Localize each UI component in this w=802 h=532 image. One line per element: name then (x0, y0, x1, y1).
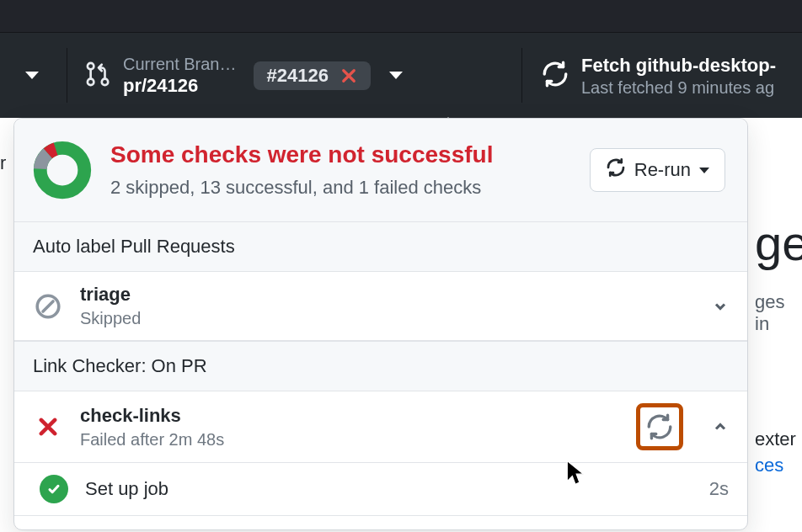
checks-list[interactable]: Auto label Pull Requests triage Skipped … (14, 222, 747, 529)
checks-donut-chart (33, 141, 92, 200)
mouse-cursor-icon (564, 459, 586, 491)
branch-selector[interactable]: Current Bran… pr/24126 #24126 (67, 33, 522, 118)
fetch-label: Fetch github-desktop- (581, 55, 776, 77)
window-titlebar (0, 0, 802, 32)
caret-down-icon (699, 168, 709, 173)
checks-summary-header: Some checks were not successful 2 skippe… (14, 119, 747, 222)
step-duration: 2s (709, 478, 729, 500)
repo-dropdown-caret[interactable] (0, 33, 67, 118)
caret-down-icon (389, 72, 403, 79)
job-name: triage (80, 284, 695, 306)
workflow-header: Link Checker: On PR (14, 341, 747, 391)
job-name: check-links (80, 405, 619, 427)
x-fail-icon (340, 67, 357, 84)
step-row-setup[interactable]: Set up job 2s (14, 463, 747, 516)
sync-icon (606, 157, 626, 183)
step-name: Set up job (85, 478, 692, 500)
chevron-down-icon[interactable] (712, 298, 729, 315)
x-fail-icon (33, 416, 63, 438)
rerun-button[interactable]: Re-run (590, 148, 725, 192)
pr-number: #24126 (267, 65, 329, 87)
bg-text-fragment: r (0, 152, 6, 174)
job-row-check-links[interactable]: check-links Failed after 2m 48s (14, 391, 747, 463)
chevron-up-icon[interactable] (712, 418, 729, 435)
branch-label: Current Bran… (123, 55, 237, 73)
branch-value: pr/24126 (123, 75, 237, 97)
skip-icon (33, 293, 63, 320)
job-status: Failed after 2m 48s (80, 430, 619, 450)
fetch-button[interactable]: Fetch github-desktop- Last fetched 9 min… (522, 33, 802, 118)
git-pull-request-icon (86, 60, 111, 92)
checks-summary-subtitle: 2 skipped, 13 successful, and 1 failed c… (110, 177, 571, 199)
check-success-icon (40, 475, 68, 503)
bg-text-fragment: ge (755, 215, 802, 271)
workflow-header: Auto label Pull Requests (14, 222, 747, 272)
caret-down-icon (25, 72, 39, 79)
job-row-triage[interactable]: triage Skipped (14, 272, 747, 341)
bg-text-fragment: exter (755, 428, 796, 450)
pr-status-pill[interactable]: #24126 (254, 61, 371, 90)
fetch-sub: Last fetched 9 minutes ag (581, 78, 776, 97)
sync-icon (541, 60, 569, 92)
bg-link-fragment[interactable]: ces (755, 455, 783, 476)
app-header: Current Bran… pr/24126 #24126 Fetch gith… (0, 32, 802, 118)
bg-text-fragment: ges in (755, 291, 802, 335)
rerun-label: Re-run (634, 159, 691, 181)
ci-checks-popover: Some checks were not successful 2 skippe… (13, 118, 748, 530)
checks-summary-title: Some checks were not successful (110, 141, 571, 168)
retry-job-button[interactable] (636, 403, 683, 450)
job-status: Skipped (80, 309, 695, 328)
